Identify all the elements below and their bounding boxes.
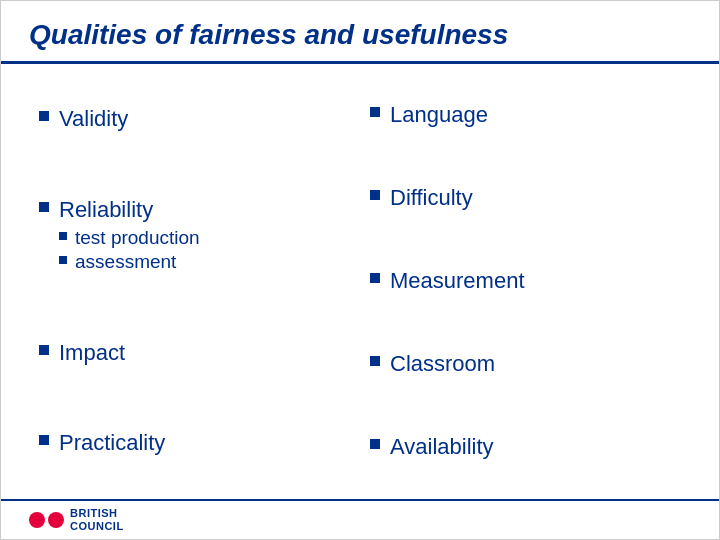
logo: BRITISH COUNCIL — [29, 507, 124, 533]
list-item: Language — [370, 102, 681, 128]
page-title: Qualities of fairness and usefulness — [29, 19, 691, 51]
left-column: Validity Reliability test production — [29, 74, 360, 489]
bullet-icon — [370, 273, 380, 283]
item-label: Difficulty — [390, 185, 473, 211]
bullet-icon — [39, 435, 49, 445]
item-label: Validity — [59, 106, 128, 132]
logo-circle-1 — [29, 512, 45, 528]
list-item: Validity — [39, 106, 350, 132]
header: Qualities of fairness and usefulness — [1, 1, 719, 64]
list-item: Availability — [370, 434, 681, 460]
item-label: Classroom — [390, 351, 495, 377]
bullet-icon — [39, 202, 49, 212]
bullet-icon — [370, 439, 380, 449]
bullet-icon — [370, 356, 380, 366]
item-label: Practicality — [59, 430, 165, 456]
item-label: Language — [390, 102, 488, 128]
sub-bullet-icon — [59, 232, 67, 240]
item-label: Impact — [59, 340, 125, 366]
list-item: Reliability test production assessment — [39, 191, 350, 281]
list-item: Classroom — [370, 351, 681, 377]
item-label: Reliability — [59, 197, 153, 222]
footer: BRITISH COUNCIL — [1, 499, 719, 539]
logo-circle-2 — [48, 512, 64, 528]
sub-bullet-icon — [59, 256, 67, 264]
item-label: Availability — [390, 434, 494, 460]
sub-list-item: assessment — [59, 251, 200, 273]
list-item: Difficulty — [370, 185, 681, 211]
list-item: Impact — [39, 340, 350, 366]
bullet-icon — [370, 190, 380, 200]
item-label: Measurement — [390, 268, 525, 294]
sub-list: test production assessment — [59, 227, 200, 273]
content-area: Validity Reliability test production — [1, 64, 719, 499]
sub-list-item: test production — [59, 227, 200, 249]
list-item: Practicality — [39, 430, 350, 456]
sub-item-label: assessment — [75, 251, 176, 273]
bullet-icon — [39, 345, 49, 355]
list-item: Measurement — [370, 268, 681, 294]
bullet-icon — [39, 111, 49, 121]
logo-circles — [29, 512, 64, 528]
slide: Qualities of fairness and usefulness Val… — [0, 0, 720, 540]
bullet-icon — [370, 107, 380, 117]
sub-item-label: test production — [75, 227, 200, 249]
right-column: Language Difficulty Measurement Classroo… — [360, 74, 691, 489]
logo-text: BRITISH COUNCIL — [70, 507, 124, 533]
